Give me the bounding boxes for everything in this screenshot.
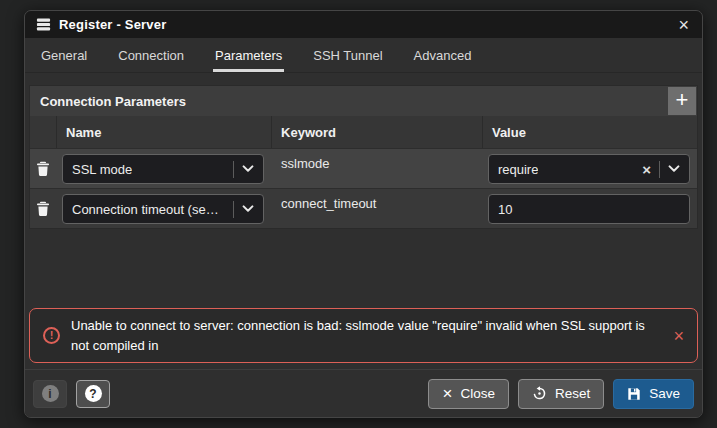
table-row: Connection timeout (se… connect_timeout: [30, 188, 697, 228]
panel-title: Connection Parameters: [40, 94, 186, 109]
grid-header-keyword: Keyword: [271, 116, 482, 148]
error-close-icon[interactable]: ×: [673, 327, 684, 345]
selected-value: require: [498, 162, 538, 177]
error-icon: !: [43, 327, 60, 344]
keyword-cell: connect_timeout: [271, 189, 482, 229]
dialog-footer: i ? × Close Reset: [25, 369, 702, 417]
tab-content-parameters: Connection Parameters + Name Keyword Val…: [25, 73, 702, 369]
chevron-down-icon[interactable]: [668, 165, 680, 173]
tab-general[interactable]: General: [39, 38, 89, 72]
grid-header-name: Name: [56, 116, 271, 148]
selected-name: SSL mode: [72, 162, 132, 177]
value-combo[interactable]: require ×: [488, 154, 690, 184]
help-button[interactable]: ?: [76, 380, 110, 408]
name-select[interactable]: SSL mode: [62, 154, 264, 184]
select-divider: [659, 161, 660, 178]
trash-icon: [36, 161, 50, 177]
error-banner: ! Unable to connect to server: connectio…: [29, 308, 698, 363]
selected-name: Connection timeout (se…: [72, 202, 219, 217]
reset-button[interactable]: Reset: [518, 379, 604, 409]
tab-ssh-tunnel[interactable]: SSH Tunnel: [311, 38, 384, 72]
select-divider: [233, 201, 234, 218]
save-floppy-icon: [627, 387, 641, 401]
value-cell: require ×: [482, 149, 697, 189]
trash-icon: [36, 201, 50, 217]
server-icon: [36, 17, 51, 32]
name-cell: SSL mode: [56, 149, 271, 189]
delete-row-button[interactable]: [30, 149, 56, 189]
connection-parameters-panel: Connection Parameters + Name Keyword Val…: [29, 85, 698, 229]
name-cell: Connection timeout (se…: [56, 189, 271, 229]
keyword-cell: sslmode: [271, 149, 482, 189]
tab-advanced[interactable]: Advanced: [412, 38, 474, 72]
help-icon: ?: [85, 385, 102, 402]
dialog-title: Register - Server: [59, 17, 166, 32]
sql-info-button[interactable]: i: [33, 380, 67, 408]
grid-header-actions: [30, 116, 56, 148]
error-message: Unable to connect to server: connection …: [71, 316, 658, 355]
chevron-down-icon[interactable]: [242, 205, 254, 213]
grid-header-value: Value: [482, 116, 697, 148]
info-icon: i: [42, 385, 59, 402]
desktop-backdrop: Register - Server × General Connection P…: [0, 0, 717, 428]
tab-connection[interactable]: Connection: [116, 38, 186, 72]
reset-icon: [532, 386, 547, 401]
clear-value-icon[interactable]: ×: [642, 162, 651, 177]
dialog-tabbar: General Connection Parameters SSH Tunnel…: [25, 38, 702, 73]
save-button-label: Save: [649, 386, 680, 401]
add-parameter-button[interactable]: +: [668, 87, 696, 115]
close-x-icon: ×: [442, 385, 452, 402]
panel-header: Connection Parameters +: [30, 86, 697, 116]
select-divider: [233, 161, 234, 178]
value-input[interactable]: [488, 194, 690, 224]
dialog-close-icon[interactable]: ×: [676, 16, 691, 34]
grid-header-row: Name Keyword Value: [30, 116, 697, 148]
table-row: SSL mode sslmode require: [30, 148, 697, 188]
close-button[interactable]: × Close: [428, 379, 508, 409]
register-server-dialog: Register - Server × General Connection P…: [24, 10, 703, 418]
value-cell: [482, 189, 697, 229]
dialog-titlebar[interactable]: Register - Server ×: [25, 11, 702, 38]
tab-parameters[interactable]: Parameters: [213, 38, 284, 72]
save-button[interactable]: Save: [613, 379, 694, 409]
name-select[interactable]: Connection timeout (se…: [62, 194, 264, 224]
delete-row-button[interactable]: [30, 189, 56, 229]
close-button-label: Close: [460, 386, 495, 401]
chevron-down-icon[interactable]: [242, 165, 254, 173]
reset-button-label: Reset: [555, 386, 590, 401]
